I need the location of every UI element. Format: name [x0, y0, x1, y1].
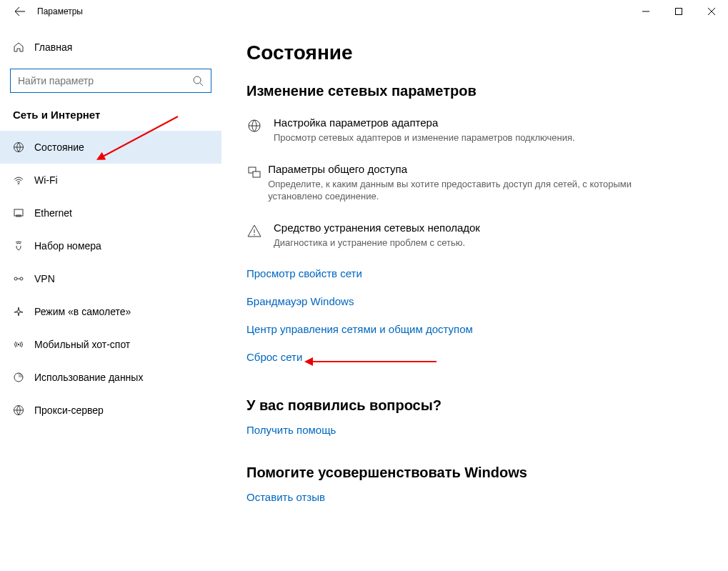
improve-title: Помогите усовершенствовать Windows — [246, 465, 699, 481]
ethernet-icon — [13, 207, 34, 219]
link-firewall[interactable]: Брандмауэр Windows — [246, 295, 699, 307]
sidebar-item-proxy[interactable]: Прокси-сервер — [0, 394, 221, 427]
home-button[interactable]: Главная — [0, 36, 221, 59]
sidebar-item-datausage[interactable]: Использование данных — [0, 361, 221, 394]
maximize-button[interactable] — [662, 0, 695, 23]
close-button[interactable] — [695, 0, 728, 23]
back-button[interactable] — [13, 4, 27, 19]
svg-rect-18 — [253, 172, 260, 177]
sidebar-item-wifi[interactable]: Wi-Fi — [0, 164, 221, 197]
titlebar: Параметры — [0, 0, 728, 23]
svg-point-13 — [18, 344, 19, 345]
link-feedback[interactable]: Оставить отзыв — [246, 491, 699, 503]
svg-point-10 — [14, 277, 17, 280]
sidebar-item-label: Wi-Fi — [34, 174, 58, 186]
sidebar-section-title: Сеть и Интернет — [0, 109, 221, 131]
option-desc: Диагностика и устранение проблем с сетью… — [274, 237, 480, 249]
sidebar-item-vpn[interactable]: VPN — [0, 262, 221, 295]
home-label: Главная — [34, 41, 72, 53]
arrow-left-icon — [14, 6, 26, 17]
data-usage-icon — [13, 372, 34, 383]
sidebar-item-label: Мобильный хот-спот — [34, 339, 130, 350]
sidebar-item-label: Набор номера — [34, 240, 101, 252]
svg-line-5 — [200, 83, 203, 86]
questions-title: У вас появились вопросы? — [246, 397, 699, 414]
sidebar-item-label: Состояние — [34, 141, 84, 153]
hotspot-icon — [13, 339, 34, 350]
home-icon — [13, 41, 34, 53]
adapter-icon — [246, 116, 274, 144]
search-icon — [192, 75, 204, 86]
airplane-icon — [13, 306, 34, 317]
page-title: Состояние — [246, 41, 699, 64]
option-title: Средство устранения сетевых неполадок — [274, 222, 480, 234]
link-get-help[interactable]: Получить помощь — [246, 424, 699, 436]
option-title: Параметры общего доступа — [268, 163, 647, 175]
vpn-icon — [13, 273, 34, 284]
sidebar-item-label: Прокси-сервер — [34, 404, 104, 416]
minimize-icon — [642, 8, 649, 15]
sidebar-item-hotspot[interactable]: Мобильный хот-спот — [0, 328, 221, 361]
sidebar-item-airplane[interactable]: Режим «в самолете» — [0, 295, 221, 328]
sharing-icon — [246, 163, 268, 203]
sidebar-item-label: Режим «в самолете» — [34, 306, 131, 317]
link-network-reset[interactable]: Сброс сети — [246, 351, 699, 363]
troubleshoot-icon — [246, 222, 274, 249]
search-input[interactable] — [18, 75, 176, 86]
change-settings-title: Изменение сетевых параметров — [246, 83, 699, 99]
sidebar-item-ethernet[interactable]: Ethernet — [0, 197, 221, 229]
svg-point-20 — [254, 234, 255, 235]
maximize-icon — [675, 8, 682, 15]
option-troubleshoot[interactable]: Средство устранения сетевых неполадок Ди… — [246, 222, 647, 249]
dialup-icon — [13, 240, 34, 252]
wifi-icon — [13, 174, 34, 186]
svg-rect-1 — [676, 9, 682, 15]
main-content: Состояние Изменение сетевых параметров Н… — [221, 23, 728, 571]
search-box[interactable] — [10, 69, 211, 93]
sidebar: Главная Сеть и Интернет Состояние Wi-Fi … — [0, 23, 221, 571]
option-desc: Просмотр сетевых адаптеров и изменение п… — [274, 131, 575, 144]
svg-point-7 — [18, 183, 19, 184]
option-title: Настройка параметров адаптера — [274, 116, 575, 129]
close-icon — [708, 8, 715, 15]
option-adapter[interactable]: Настройка параметров адаптера Просмотр с… — [246, 116, 647, 144]
sidebar-item-label: VPN — [34, 273, 55, 284]
sidebar-item-label: Ethernet — [34, 207, 72, 219]
option-desc: Определите, к каким данным вы хотите пре… — [268, 178, 647, 203]
sidebar-item-dialup[interactable]: Набор номера — [0, 229, 221, 262]
proxy-icon — [13, 404, 34, 416]
link-sharing-center[interactable]: Центр управления сетями и общим доступом — [246, 323, 699, 335]
link-network-props[interactable]: Просмотр свойств сети — [246, 267, 699, 279]
sidebar-item-label: Использование данных — [34, 372, 143, 383]
window-title: Параметры — [37, 6, 83, 16]
svg-point-11 — [20, 277, 23, 280]
minimize-button[interactable] — [629, 0, 662, 23]
status-icon — [13, 141, 34, 153]
svg-point-4 — [194, 76, 201, 84]
option-sharing[interactable]: Параметры общего доступа Определите, к к… — [246, 163, 647, 203]
sidebar-item-status[interactable]: Состояние — [0, 131, 221, 164]
